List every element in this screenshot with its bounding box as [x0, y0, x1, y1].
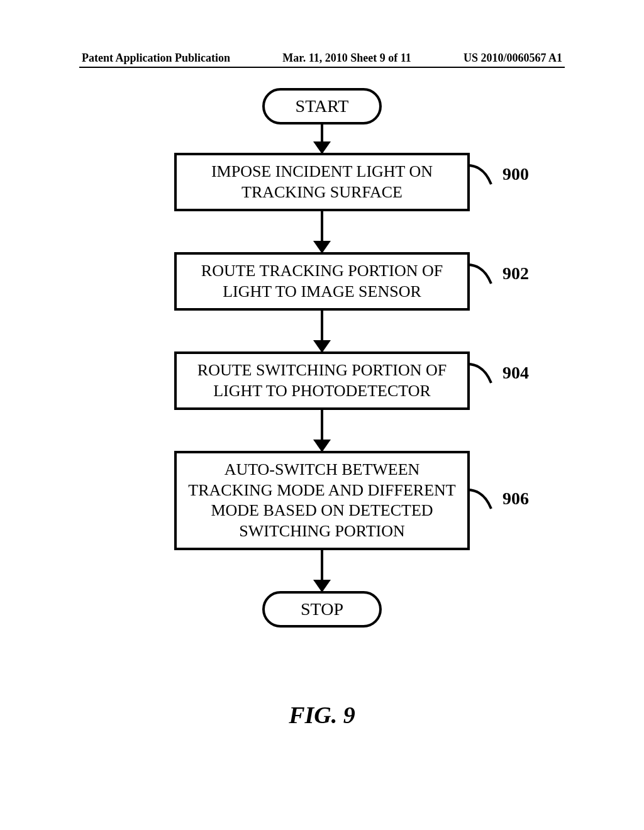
start-terminator: START — [262, 88, 382, 124]
arrow — [0, 410, 644, 451]
figure-caption-text: FIG. 9 — [289, 702, 355, 728]
figure-caption: FIG. 9 — [0, 701, 644, 729]
header-date-sheet: Mar. 11, 2010 Sheet 9 of 11 — [282, 52, 411, 65]
reference-number: 902 — [502, 262, 529, 284]
reference-callout: 904 — [467, 359, 529, 396]
callout-curve-icon — [467, 260, 504, 296]
process-label: ROUTE TRACKING PORTION OF LIGHT TO IMAGE… — [187, 261, 457, 302]
arrow — [0, 211, 644, 252]
arrow — [0, 550, 644, 591]
process-step-904: ROUTE SWITCHING PORTION OF LIGHT TO PHOT… — [174, 351, 470, 410]
start-label: START — [296, 96, 349, 116]
process-label: IMPOSE INCIDENT LIGHT ON TRACKING SURFAC… — [187, 162, 457, 202]
arrow — [0, 124, 644, 153]
process-step-906: AUTO-SWITCH BETWEEN TRACKING MODE AND DI… — [174, 451, 470, 550]
process-label: ROUTE SWITCHING PORTION OF LIGHT TO PHOT… — [187, 360, 457, 401]
process-step-902: ROUTE TRACKING PORTION OF LIGHT TO IMAGE… — [174, 252, 470, 311]
reference-callout: 900 — [467, 160, 529, 197]
arrow — [0, 311, 644, 351]
reference-callout: 902 — [467, 260, 529, 296]
reference-number: 906 — [502, 487, 529, 509]
header-pub-number: US 2010/0060567 A1 — [464, 52, 562, 65]
process-label: AUTO-SWITCH BETWEEN TRACKING MODE AND DI… — [187, 460, 457, 541]
stop-terminator: STOP — [262, 591, 382, 628]
reference-number: 904 — [502, 362, 529, 384]
reference-number: 900 — [502, 163, 529, 185]
callout-curve-icon — [467, 359, 504, 396]
stop-label: STOP — [301, 599, 343, 619]
callout-curve-icon — [467, 485, 504, 521]
reference-callout: 906 — [467, 485, 529, 521]
callout-curve-icon — [467, 160, 504, 197]
header-publication: Patent Application Publication — [82, 52, 230, 65]
flowchart: START IMPOSE INCIDENT LIGHT ON TRACKING … — [0, 88, 644, 628]
header-underline — [79, 67, 565, 68]
page-header: Patent Application Publication Mar. 11, … — [0, 52, 644, 65]
process-step-900: IMPOSE INCIDENT LIGHT ON TRACKING SURFAC… — [174, 153, 470, 211]
